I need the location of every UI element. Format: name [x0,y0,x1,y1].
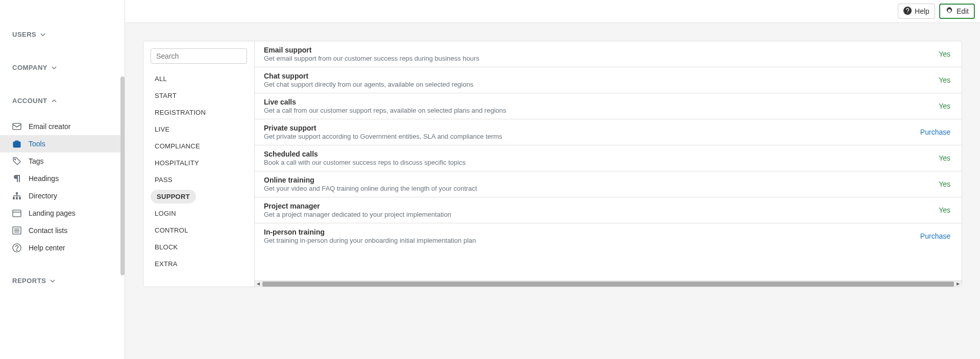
feature-title: Scheduled calls [264,150,939,158]
filter-item-compliance[interactable]: COMPLIANCE [151,139,247,153]
svg-rect-3 [13,197,15,199]
feature-panel: Email supportGet email support from our … [255,41,962,287]
feature-row: Project managerGet a project manager ded… [255,197,962,223]
sidebar-item-headings[interactable]: Headings [0,170,125,187]
section-header-reports[interactable]: REPORTS [0,272,125,290]
feature-row: Email supportGet email support from our … [255,41,962,67]
section-label: USERS [12,31,36,38]
filter-item-start[interactable]: START [151,89,247,102]
feature-info: Online trainingGet your video and FAQ tr… [264,176,939,192]
feature-row: Online trainingGet your video and FAQ tr… [255,171,962,197]
feature-row: Chat supportGet chat support directly fr… [255,67,962,93]
feature-desc: Get a call from our customer support rep… [264,107,939,114]
nav-label: Tags [29,157,44,165]
chevron-down-icon [52,65,57,70]
section-header-account[interactable]: ACCOUNT [0,92,125,110]
filter-item-live[interactable]: LIVE [151,122,247,136]
filter-item-extra[interactable]: EXTRA [151,257,247,271]
nav-label: Landing pages [29,209,76,217]
purchase-link[interactable]: Purchase [920,128,952,136]
main: Help Edit ALLSTARTREGISTRATIONLIVECOMPLI… [125,0,980,359]
section-header-company[interactable]: COMPANY [0,59,125,76]
question-circle-icon [12,243,21,252]
list-icon [12,226,21,235]
section-label: COMPANY [12,64,47,71]
feature-title: Project manager [264,202,939,210]
feature-info: Chat supportGet chat support directly fr… [264,72,939,88]
filter-item-control[interactable]: CONTROL [151,223,247,237]
filter-item-all[interactable]: ALL [151,72,247,86]
help-button[interactable]: Help [898,4,935,19]
section-header-users[interactable]: USERS [0,25,125,43]
svg-rect-4 [16,197,18,199]
sidebar-item-directory[interactable]: Directory [0,187,125,204]
feature-row: Scheduled callsBook a call with our cust… [255,145,962,171]
svg-rect-0 [13,123,21,130]
feature-info: Private supportGet private support accor… [264,124,920,140]
window-icon [12,209,21,218]
feature-info: Email supportGet email support from our … [264,46,939,62]
sidebar-item-tags[interactable]: Tags [0,152,125,170]
feature-desc: Get your video and FAQ training online d… [264,185,939,192]
nav-label: Headings [29,174,59,183]
feature-row: Live callsGet a call from our customer s… [255,93,962,119]
search-input[interactable] [151,48,247,64]
button-label: Help [915,7,929,15]
filter-item-registration[interactable]: REGISTRATION [151,106,247,119]
scrollbar-horizontal[interactable]: ◀ ▶ [255,280,962,287]
status-yes: Yes [939,50,952,58]
purchase-link[interactable]: Purchase [920,232,952,240]
status-yes: Yes [939,102,952,110]
edit-button[interactable]: Edit [939,4,975,19]
feature-info: Project managerGet a project manager ded… [264,202,939,218]
filter-item-support[interactable]: SUPPORT [151,190,196,203]
chevron-up-icon [52,98,57,104]
sidebar-item-tools[interactable]: Tools [0,135,125,152]
scroll-right-arrow[interactable]: ▶ [954,281,962,287]
feature-info: In-person trainingGet training in-person… [264,228,920,244]
sidebar-item-landing-pages[interactable]: Landing pages [0,204,125,222]
toolbox-icon [12,139,21,148]
sidebar-item-email-creator[interactable]: Email creator [0,118,125,135]
nav-label: Directory [29,192,57,200]
scroll-track[interactable] [262,281,954,287]
filter-panel: ALLSTARTREGISTRATIONLIVECOMPLIANCEHOSPIT… [143,41,255,287]
envelope-icon [12,122,21,131]
filter-item-block[interactable]: BLOCK [151,240,247,254]
feature-title: Email support [264,46,939,54]
feature-desc: Get chat support directly from our agent… [264,81,939,88]
filter-item-pass[interactable]: PASS [151,173,247,187]
section-label: REPORTS [12,277,46,285]
nav-label: Tools [29,140,45,148]
button-label: Edit [957,7,969,15]
filter-item-login[interactable]: LOGIN [151,207,247,220]
filter-item-hospitality[interactable]: HOSPITALITY [151,156,247,170]
feature-title: Chat support [264,72,939,80]
scroll-left-arrow[interactable]: ◀ [255,281,262,287]
sidebar-item-contact-lists[interactable]: Contact lists [0,222,125,239]
feature-desc: Get a project manager dedicated to your … [264,211,939,218]
status-yes: Yes [939,180,952,188]
scrollbar-vertical[interactable] [120,76,125,275]
feature-info: Scheduled callsBook a call with our cust… [264,150,939,166]
feature-desc: Book a call with our customer success re… [264,159,939,166]
sidebar-item-help-center[interactable]: Help center [0,239,125,257]
feature-title: Live calls [264,98,939,106]
feature-row: Private supportGet private support accor… [255,119,962,145]
nav-label: Contact lists [29,226,67,235]
sidebar: USERS COMPANY ACCOUNT Email creator Tool… [0,0,125,359]
sitemap-icon [12,191,21,200]
nav-label: Help center [29,244,65,252]
status-yes: Yes [939,76,952,84]
svg-point-15 [907,12,908,13]
paragraph-icon [12,174,21,183]
svg-rect-5 [19,197,21,199]
nav-label: Email creator [29,122,70,131]
chevron-down-icon [40,32,45,37]
status-yes: Yes [939,206,952,214]
card: ALLSTARTREGISTRATIONLIVECOMPLIANCEHOSPIT… [143,41,962,287]
svg-point-13 [16,250,17,250]
question-circle-icon [903,7,912,16]
feature-desc: Get training in-person during your onboa… [264,237,920,244]
chevron-down-icon [50,278,55,284]
